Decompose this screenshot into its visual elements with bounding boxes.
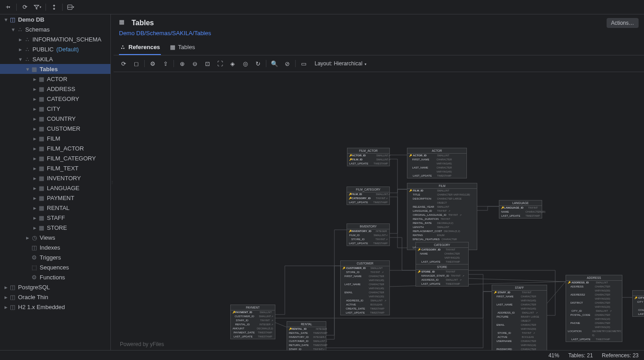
erd-column: LENGTHSMALLINT <box>407 225 477 229</box>
zoom-level: 41% <box>548 352 559 359</box>
tree-table-country[interactable]: ▸▦COUNTRY <box>0 114 110 123</box>
breadcrumb[interactable]: Demo DB/Schemas/SAKILA/Tables <box>119 30 639 36</box>
chevron-right-icon: ▸ <box>32 86 38 92</box>
table-icon: ▦ <box>38 85 45 92</box>
erd-table-film[interactable]: FILM🔑FILM_IDSMALLINTTITLECHARACTER VARYI… <box>407 183 477 250</box>
refresh-icon[interactable]: ⟳ <box>118 58 129 69</box>
erd-table-customer[interactable]: CUSTOMER🔑CUSTOMER_IDSMALLINTSTORE_IDTINY… <box>340 260 390 315</box>
collapse-icon[interactable] <box>49 2 59 13</box>
erd-column: RENTAL_IDINTEGER↗ <box>231 323 275 327</box>
erd-column: EMAILCHARACTER VARYING(50) <box>492 323 547 331</box>
tree-table-customer[interactable]: ▸▦CUSTOMER <box>0 123 110 133</box>
tree-table-city[interactable]: ▸▦CITY <box>0 104 110 114</box>
tree-table-film_text[interactable]: ▸▦FILM_TEXT <box>0 163 110 173</box>
tab-references[interactable]: ⛬ References <box>119 41 161 55</box>
tree-table-store[interactable]: ▸▦STORE <box>0 223 110 232</box>
tree-table-inventory[interactable]: ▸▦INVENTORY <box>0 173 110 183</box>
tree-schemas[interactable]: ▾ ⛬ Schemas <box>0 24 110 34</box>
tree-table-staff[interactable]: ▸▦STAFF <box>0 213 110 223</box>
zoom-selection-icon[interactable]: ◈ <box>227 58 238 69</box>
filter-icon[interactable]: ▾ <box>32 2 43 13</box>
tree-table-payment[interactable]: ▸▦PAYMENT <box>0 193 110 203</box>
erd-table-header: STORE <box>416 264 468 270</box>
database-tree[interactable]: ▾ ◫ Demo DB ▾ ⛬ Schemas ▸ ⛬ INFORMATION_… <box>0 14 111 350</box>
actions-button[interactable]: Actions… <box>607 18 639 28</box>
zoom-in-icon[interactable]: ⊕ <box>177 58 187 69</box>
erd-column: STAFF_IDTINYINT↗ <box>287 347 326 350</box>
erd-column: RENTAL_DATETIMESTAMP <box>287 331 326 335</box>
erd-table-inventory[interactable]: INVENTORY🔑INVENTORY_IDINTEGERFILM_IDSMAL… <box>347 223 390 246</box>
erd-column: FIRST_NAMECHARACTER VARYING(45) <box>341 274 389 283</box>
erd-table-rental[interactable]: RENTAL🔑RENTAL_IDINTEGERRENTAL_DATETIMEST… <box>287 321 326 350</box>
toggle-table-view-icon[interactable]: ▭ <box>298 58 309 69</box>
erd-table-header: CUSTOMER <box>341 261 389 266</box>
erd-canvas[interactable]: FILM_ACTOR🔑ACTOR_IDSMALLINT↗🔑FILM_IDSMAL… <box>114 72 644 350</box>
erd-table-film_category[interactable]: FILM_CATEGORY🔑FILM_IDSMALLINT↗🔑CATEGORY_… <box>347 187 390 205</box>
chevron-right-icon: ▸ <box>32 115 38 122</box>
tree-table-language[interactable]: ▸▦LANGUAGE <box>0 183 110 193</box>
stop-icon[interactable]: ◻ <box>131 58 142 69</box>
erd-table-staff[interactable]: STAFF🔑STAFF_IDTINYINTFIRST_NAMECHARACTER… <box>492 285 547 350</box>
refresh-icon[interactable]: ⟳ <box>19 2 30 13</box>
add-button[interactable]: +▾ <box>3 2 14 13</box>
erd-table-film_actor[interactable]: FILM_ACTOR🔑ACTOR_IDSMALLINT↗🔑FILM_IDSMAL… <box>347 148 390 166</box>
tree-h2[interactable]: ▸ ◫ H2 1.x Embedded <box>0 302 110 312</box>
tree-table-rental[interactable]: ▸▦RENTAL <box>0 203 110 213</box>
tree-sequences[interactable]: ⬚ Sequences <box>0 262 110 272</box>
tree-table-category[interactable]: ▸▦CATEGORY <box>0 94 110 104</box>
tree-postgres[interactable]: ▸ ◫ PostgreSQL <box>0 282 110 292</box>
tree-table-address[interactable]: ▸▦ADDRESS <box>0 84 110 94</box>
tree-table-film_actor[interactable]: ▸▦FILM_ACTOR <box>0 143 110 153</box>
export-icon[interactable]: ⇧ <box>160 58 171 69</box>
erd-table-payment[interactable]: PAYMENT🔑PAYMENT_IDSMALLINTCUSTOMER_IDSMA… <box>230 305 275 339</box>
chevron-right-icon: ▸ <box>32 165 38 171</box>
tree-table-actor[interactable]: ▸▦ACTOR <box>0 74 110 84</box>
erd-table-city[interactable]: CITY🔑CITY_IDSMALLINTCITYCHARACTER VARYIN… <box>632 290 644 317</box>
tree-views[interactable]: ▸ ◷ Views <box>0 232 110 242</box>
tree-information-schema[interactable]: ▸ ⛬ INFORMATION_SCHEMA <box>0 34 110 44</box>
erd-table-store[interactable]: STORE🔑STORE_IDTINYINTMANAGER_STAFF_IDTIN… <box>416 264 469 287</box>
toggle-edges-icon[interactable]: ⊘ <box>282 58 292 69</box>
erd-table-header: CITY <box>633 291 644 296</box>
erd-table-language[interactable]: LANGUAGE🔑LANGUAGE_IDTINYINTNAMECHARACTER… <box>499 200 542 219</box>
tree-oracle[interactable]: ▸ ◫ Oracle Thin <box>0 292 110 302</box>
erd-column: 🔑ADDRESS_IDSMALLINT <box>566 281 622 285</box>
chevron-right-icon: ▸ <box>32 224 38 231</box>
tree-triggers[interactable]: ⚙ Triggers <box>0 252 110 262</box>
zoom-fit-icon[interactable]: ⛶ <box>215 58 225 69</box>
erd-column: 🔑FILM_IDSMALLINT↗ <box>347 192 389 196</box>
zoom-center-icon[interactable]: ◎ <box>240 58 251 69</box>
tree-public[interactable]: ▸ ⛬ PUBLIC (Default) <box>0 44 110 54</box>
view-options-icon[interactable]: ▾ <box>65 2 76 13</box>
erd-column: USERNAMECHARACTER VARYING(16) <box>492 339 547 347</box>
tree-functions[interactable]: ⚙ Functions <box>0 272 110 282</box>
search-icon[interactable]: 🔍 <box>269 58 280 69</box>
chevron-down-icon: ▾ <box>3 16 9 23</box>
tab-tables[interactable]: ▦ Tables <box>169 41 196 55</box>
zoom-actual-icon[interactable]: ⊡ <box>202 58 213 69</box>
erd-column: INVENTORY_IDINTEGER↗ <box>287 335 326 339</box>
erd-column: COUNTRY_IDSMALLINT↗ <box>633 308 644 312</box>
gear-icon[interactable]: ⚙ <box>147 58 158 69</box>
zoom-out-icon[interactable]: ⊖ <box>189 58 200 69</box>
tree-indexes[interactable]: ◫ Indexes <box>0 242 110 252</box>
erd-column: ADDRESS_IDSMALLINT↗ <box>341 299 389 303</box>
erd-table-actor[interactable]: ACTOR🔑ACTOR_IDSMALLINTFIRST_NAMECHARACTE… <box>407 148 467 178</box>
tree-sakila[interactable]: ▾ ⛬ SAKILA <box>0 54 110 64</box>
erd-column: ADDRESSCHARACTER VARYING(50) <box>566 285 622 293</box>
tree-table-film_category[interactable]: ▸▦FILM_CATEGORY <box>0 153 110 163</box>
tree-demo-db[interactable]: ▾ ◫ Demo DB <box>0 14 110 24</box>
table-icon: ▦ <box>38 75 45 82</box>
chevron-right-icon: ▸ <box>3 294 9 300</box>
erd-column: LANGUAGE_IDTINYINT↗ <box>407 209 477 213</box>
chevron-right-icon: ▸ <box>32 185 38 191</box>
erd-table-category[interactable]: CATEGORY🔑CATEGORY_IDTINYINTNAMECHARACTER… <box>416 242 469 264</box>
tree-table-film[interactable]: ▸▦FILM <box>0 133 110 143</box>
auto-layout-icon[interactable]: ↻ <box>252 58 263 69</box>
erd-table-address[interactable]: ADDRESS🔑ADDRESS_IDSMALLINTADDRESSCHARACT… <box>566 275 622 342</box>
erd-table-header: PAYMENT <box>231 305 275 310</box>
table-icon: ▦ <box>38 204 45 211</box>
tree-tables[interactable]: ▾ ▦ Tables <box>0 64 110 74</box>
erd-column: 🔑FILM_IDSMALLINT <box>407 189 477 193</box>
layout-dropdown[interactable]: Layout: Hierarchical ▾ <box>315 60 366 67</box>
